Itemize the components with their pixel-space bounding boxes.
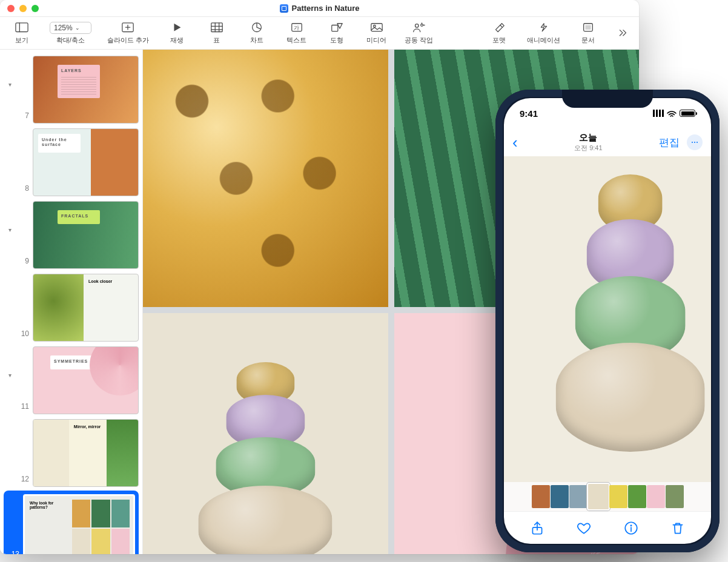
disclosure-chevron-icon[interactable] xyxy=(6,201,13,233)
status-time: 9:41 xyxy=(520,108,538,119)
text-label: 텍스트 xyxy=(286,36,306,45)
iphone-device: 9:41 ‹ 오늘 오전 9:41 편집 xyxy=(495,90,720,552)
svg-point-24 xyxy=(692,142,693,143)
shape-icon xyxy=(330,22,343,34)
slide-thumbnail[interactable]: 9 FRACTALS xyxy=(6,201,139,269)
slide-number: 12 xyxy=(17,475,29,487)
zoom-control[interactable]: 125%⌄ 확대/축소 xyxy=(50,22,91,45)
favorite-button[interactable] xyxy=(576,520,592,536)
share-button[interactable] xyxy=(529,520,545,536)
slide-number: 11 xyxy=(17,402,29,414)
canvas-image-urchins[interactable] xyxy=(143,313,388,554)
text-button[interactable]: 가 텍스트 xyxy=(285,22,309,45)
add-slide-button[interactable]: 슬라이드 추가 xyxy=(107,22,149,45)
svg-point-18 xyxy=(415,24,419,27)
play-label: 재생 xyxy=(170,36,184,45)
photo-main[interactable] xyxy=(504,156,711,482)
table-label: 표 xyxy=(213,36,220,45)
shape-label: 도형 xyxy=(330,36,343,45)
chart-icon xyxy=(250,22,263,34)
filmstrip-thumb-selected[interactable] xyxy=(588,484,609,509)
chart-label: 차트 xyxy=(250,36,263,45)
filmstrip-thumb[interactable] xyxy=(609,485,627,508)
svg-rect-23 xyxy=(585,25,591,30)
filmstrip[interactable] xyxy=(504,482,711,511)
nav-bar: ‹ 오늘 오전 9:41 편집 xyxy=(504,128,711,156)
back-button[interactable]: ‹ xyxy=(512,133,518,152)
document-button[interactable]: 문서 xyxy=(576,22,600,45)
document-icon xyxy=(581,22,595,34)
notch xyxy=(562,90,653,108)
slide-thumbnail[interactable]: 10 Look closer xyxy=(6,274,139,342)
chevron-double-right-icon xyxy=(616,27,629,39)
svg-point-25 xyxy=(694,142,695,143)
svg-text:가: 가 xyxy=(294,25,299,31)
shape-button[interactable]: 도형 xyxy=(325,22,349,45)
filmstrip-thumb[interactable] xyxy=(666,485,684,508)
zoom-value: 125% xyxy=(54,24,73,32)
slide-thumbnail[interactable]: 8 Under the surface xyxy=(6,128,139,196)
slide-thumbnail[interactable]: 11 SYMMETRIES xyxy=(6,346,139,414)
delete-button[interactable] xyxy=(670,520,686,536)
slide-thumbnail[interactable]: 7 LAYERS xyxy=(6,56,139,124)
format-button[interactable]: 포맷 xyxy=(487,22,511,45)
slide-number: 9 xyxy=(17,257,29,269)
filmstrip-thumb[interactable] xyxy=(569,485,587,508)
svg-rect-6 xyxy=(211,23,222,32)
battery-icon xyxy=(680,110,695,117)
document-proxy-icon[interactable] xyxy=(280,4,288,13)
slide-thumbnail[interactable]: 12 Mirror, mirror xyxy=(6,419,139,487)
disclosure-chevron-icon[interactable] xyxy=(6,346,13,379)
play-icon xyxy=(170,22,184,34)
slide-thumbnail-selected[interactable]: 13 Why look for patterns? xyxy=(4,491,139,554)
add-slide-label: 슬라이드 추가 xyxy=(107,36,149,45)
slide-number: 10 xyxy=(17,329,29,342)
svg-rect-16 xyxy=(371,24,382,31)
table-icon xyxy=(210,22,223,34)
zoom-button[interactable] xyxy=(31,5,39,12)
disclosure-chevron-icon[interactable] xyxy=(6,56,13,88)
view-icon xyxy=(15,22,28,34)
animate-button[interactable]: 애니메이션 xyxy=(527,22,560,45)
animate-label: 애니메이션 xyxy=(527,36,560,45)
media-icon xyxy=(370,22,383,34)
edit-button[interactable]: 편집 xyxy=(659,136,680,150)
slide-number: 7 xyxy=(17,111,29,124)
media-button[interactable]: 미디어 xyxy=(365,22,389,45)
chart-button[interactable]: 차트 xyxy=(245,22,269,45)
minimize-button[interactable] xyxy=(19,5,27,12)
svg-rect-0 xyxy=(16,23,28,32)
text-icon: 가 xyxy=(290,22,303,34)
play-button[interactable]: 재생 xyxy=(165,22,189,45)
format-icon xyxy=(492,22,506,34)
canvas-image-honeycomb[interactable] xyxy=(143,50,388,307)
toolbar: 보기 125%⌄ 확대/축소 슬라이드 추가 재생 표 차트 가 텍스트 도형 xyxy=(0,17,639,50)
close-button[interactable] xyxy=(7,5,15,12)
photos-app: 9:41 ‹ 오늘 오전 9:41 편집 xyxy=(504,98,711,544)
table-button[interactable]: 표 xyxy=(205,22,229,45)
view-label: 보기 xyxy=(15,36,28,45)
collaborate-button[interactable]: 공동 작업 xyxy=(405,22,433,45)
window-title: Patterns in Nature xyxy=(44,4,595,13)
view-button[interactable]: 보기 xyxy=(10,22,34,45)
media-label: 미디어 xyxy=(366,36,386,45)
slide-navigator[interactable]: 7 LAYERS 8 Under the surface 9 FRACTALS xyxy=(0,50,143,554)
zoom-label: 확대/축소 xyxy=(56,36,85,45)
document-title-text: Patterns in Nature xyxy=(292,4,360,13)
filmstrip-thumb[interactable] xyxy=(551,485,569,508)
overflow-button[interactable] xyxy=(616,27,629,39)
nav-title: 오늘 오전 9:41 xyxy=(574,132,602,153)
slide-number: 13 xyxy=(7,550,19,554)
collaborate-label: 공동 작업 xyxy=(405,36,433,45)
window-controls xyxy=(7,5,39,12)
info-button[interactable] xyxy=(623,520,639,536)
svg-marker-5 xyxy=(174,24,180,31)
filmstrip-thumb[interactable] xyxy=(532,485,550,508)
chevron-down-icon: ⌄ xyxy=(75,25,80,31)
more-button[interactable] xyxy=(687,134,703,150)
cellular-icon xyxy=(653,110,664,117)
filmstrip-thumb[interactable] xyxy=(647,485,665,508)
collaborate-icon xyxy=(412,22,425,34)
filmstrip-thumb[interactable] xyxy=(628,485,646,508)
format-label: 포맷 xyxy=(492,36,506,45)
